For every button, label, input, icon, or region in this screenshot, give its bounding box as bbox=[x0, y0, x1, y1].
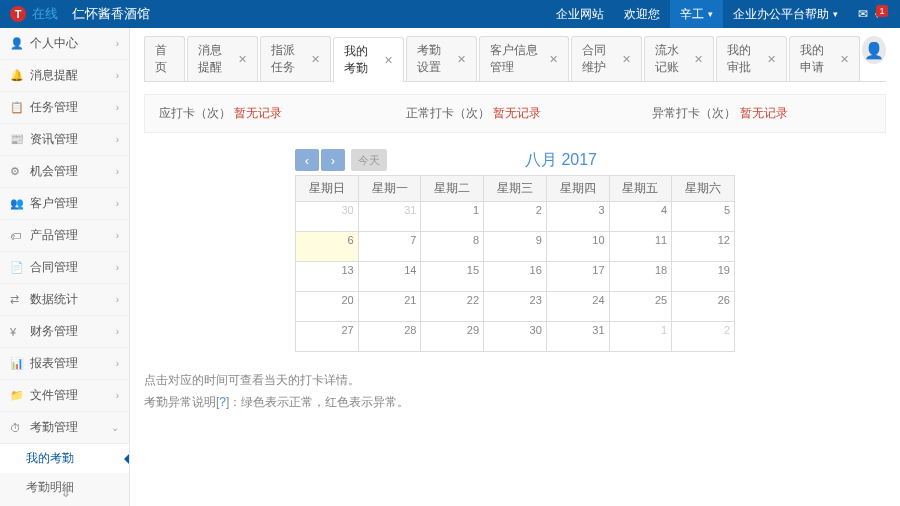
calendar-day[interactable]: 8 bbox=[421, 232, 484, 262]
envelope-icon: ✉ bbox=[858, 7, 868, 21]
calendar-day[interactable]: 15 bbox=[421, 262, 484, 292]
tab-2[interactable]: 指派任务✕ bbox=[260, 36, 331, 81]
calendar-day[interactable]: 25 bbox=[609, 292, 672, 322]
tab-9[interactable]: 我的申请✕ bbox=[789, 36, 860, 81]
calendar-day[interactable]: 18 bbox=[609, 262, 672, 292]
close-icon[interactable]: ✕ bbox=[694, 53, 703, 66]
close-icon[interactable]: ✕ bbox=[384, 54, 393, 67]
calendar-day[interactable]: 24 bbox=[546, 292, 609, 322]
calendar-day[interactable]: 11 bbox=[609, 232, 672, 262]
calendar-day[interactable]: 31 bbox=[546, 322, 609, 352]
calendar-day[interactable]: 2 bbox=[484, 202, 547, 232]
logo-text: 在线 bbox=[32, 5, 58, 23]
sidebar-item-6[interactable]: 🏷产品管理› bbox=[0, 220, 129, 252]
calendar-day[interactable]: 23 bbox=[484, 292, 547, 322]
calendar-day[interactable]: 10 bbox=[546, 232, 609, 262]
close-icon[interactable]: ✕ bbox=[549, 53, 558, 66]
sidebar-item-label: 财务管理 bbox=[30, 323, 78, 340]
calendar-day[interactable]: 6 bbox=[296, 232, 359, 262]
sidebar-item-3[interactable]: 📰资讯管理› bbox=[0, 124, 129, 156]
sidebar-item-8[interactable]: ⇄数据统计› bbox=[0, 284, 129, 316]
calendar-day[interactable]: 16 bbox=[484, 262, 547, 292]
chevron-down-icon: ▾ bbox=[833, 9, 838, 19]
today-button[interactable]: 今天 bbox=[351, 149, 387, 171]
main-content: 首页消息提醒✕指派任务✕我的考勤✕考勤设置✕客户信息管理✕合同维护✕流水记账✕我… bbox=[130, 28, 900, 506]
calendar-day[interactable]: 20 bbox=[296, 292, 359, 322]
tab-bar: 首页消息提醒✕指派任务✕我的考勤✕考勤设置✕客户信息管理✕合同维护✕流水记账✕我… bbox=[144, 36, 886, 82]
calendar-day[interactable]: 1 bbox=[421, 202, 484, 232]
calendar-day[interactable]: 29 bbox=[421, 322, 484, 352]
sidebar: 👤个人中心›🔔消息提醒›📋任务管理›📰资讯管理›⚙机会管理›👥客户管理›🏷产品管… bbox=[0, 28, 130, 506]
calendar-day[interactable]: 1 bbox=[609, 322, 672, 352]
calendar-day[interactable]: 28 bbox=[358, 322, 421, 352]
header-link-2[interactable]: 辛工▾ bbox=[670, 0, 723, 28]
sidebar-item-5[interactable]: 👥客户管理› bbox=[0, 188, 129, 220]
sidebar-item-0[interactable]: 👤个人中心› bbox=[0, 28, 129, 60]
sidebar-item-10[interactable]: 📊报表管理› bbox=[0, 348, 129, 380]
calendar-day[interactable]: 26 bbox=[672, 292, 735, 322]
sidebar-item-11[interactable]: 📁文件管理› bbox=[0, 380, 129, 412]
calendar-day[interactable]: 12 bbox=[672, 232, 735, 262]
calendar-day[interactable]: 4 bbox=[609, 202, 672, 232]
tab-1[interactable]: 消息提醒✕ bbox=[187, 36, 258, 81]
top-header: T 在线 仁怀酱香酒馆 企业网站欢迎您辛工▾企业办公平台帮助▾ ✉ ▾ 1 bbox=[0, 0, 900, 28]
sidebar-item-4[interactable]: ⚙机会管理› bbox=[0, 156, 129, 188]
header-link-1[interactable]: 欢迎您 bbox=[614, 0, 670, 28]
tab-4[interactable]: 考勤设置✕ bbox=[406, 36, 477, 81]
calendar-day[interactable]: 22 bbox=[421, 292, 484, 322]
tab-7[interactable]: 流水记账✕ bbox=[644, 36, 715, 81]
close-icon[interactable]: ✕ bbox=[767, 53, 776, 66]
sidebar-sub-2[interactable]: 考勤汇总 bbox=[0, 502, 129, 506]
mail-icon[interactable]: ✉ ▾ 1 bbox=[848, 7, 890, 21]
tab-8[interactable]: 我的审批✕ bbox=[716, 36, 787, 81]
sidebar-icon: 🔔 bbox=[10, 69, 24, 82]
tab-3[interactable]: 我的考勤✕ bbox=[333, 37, 404, 82]
stat-label: 异常打卡（次） bbox=[652, 106, 736, 120]
sidebar-item-label: 消息提醒 bbox=[30, 67, 78, 84]
sidebar-item-9[interactable]: ¥财务管理› bbox=[0, 316, 129, 348]
calendar-day[interactable]: 13 bbox=[296, 262, 359, 292]
tab-5[interactable]: 客户信息管理✕ bbox=[479, 36, 569, 81]
sidebar-sub-0[interactable]: 我的考勤 bbox=[0, 444, 129, 473]
stat-value: 暂无记录 bbox=[234, 106, 282, 120]
calendar-day[interactable]: 30 bbox=[484, 322, 547, 352]
calendar-day[interactable]: 2 bbox=[672, 322, 735, 352]
sidebar-item-label: 考勤管理 bbox=[30, 419, 78, 436]
sidebar-item-label: 文件管理 bbox=[30, 387, 78, 404]
chevron-right-icon: › bbox=[116, 102, 119, 113]
help-line-2: 考勤异常说明[?]：绿色表示正常，红色表示异常。 bbox=[144, 392, 886, 414]
next-month-button[interactable]: › bbox=[321, 149, 345, 171]
calendar-day[interactable]: 30 bbox=[296, 202, 359, 232]
sidebar-item-7[interactable]: 📄合同管理› bbox=[0, 252, 129, 284]
tab-label: 合同维护 bbox=[582, 42, 618, 76]
header-link-3[interactable]: 企业办公平台帮助▾ bbox=[723, 0, 848, 28]
prev-month-button[interactable]: ‹ bbox=[295, 149, 319, 171]
calendar-day[interactable]: 17 bbox=[546, 262, 609, 292]
tab-label: 我的审批 bbox=[727, 42, 763, 76]
chevron-right-icon: › bbox=[116, 326, 119, 337]
close-icon[interactable]: ✕ bbox=[457, 53, 466, 66]
close-icon[interactable]: ✕ bbox=[840, 53, 849, 66]
close-icon[interactable]: ✕ bbox=[238, 53, 247, 66]
calendar-day[interactable]: 27 bbox=[296, 322, 359, 352]
chevron-right-icon: › bbox=[116, 390, 119, 401]
sidebar-item-1[interactable]: 🔔消息提醒› bbox=[0, 60, 129, 92]
calendar-day[interactable]: 19 bbox=[672, 262, 735, 292]
sidebar-item-2[interactable]: 📋任务管理› bbox=[0, 92, 129, 124]
help-line-1: 点击对应的时间可查看当天的打卡详情。 bbox=[144, 370, 886, 392]
calendar-day[interactable]: 14 bbox=[358, 262, 421, 292]
expand-handle-icon[interactable]: ⇕ bbox=[60, 484, 72, 500]
tab-0[interactable]: 首页 bbox=[144, 36, 185, 81]
calendar-day[interactable]: 7 bbox=[358, 232, 421, 262]
tab-6[interactable]: 合同维护✕ bbox=[571, 36, 642, 81]
calendar-day[interactable]: 9 bbox=[484, 232, 547, 262]
header-link-0[interactable]: 企业网站 bbox=[546, 0, 614, 28]
calendar-day[interactable]: 5 bbox=[672, 202, 735, 232]
close-icon[interactable]: ✕ bbox=[622, 53, 631, 66]
close-icon[interactable]: ✕ bbox=[311, 53, 320, 66]
calendar-day[interactable]: 31 bbox=[358, 202, 421, 232]
sidebar-item-12[interactable]: ⏱考勤管理⌄ bbox=[0, 412, 129, 444]
avatar[interactable]: 👤 bbox=[862, 36, 886, 64]
calendar-day[interactable]: 21 bbox=[358, 292, 421, 322]
calendar-day[interactable]: 3 bbox=[546, 202, 609, 232]
